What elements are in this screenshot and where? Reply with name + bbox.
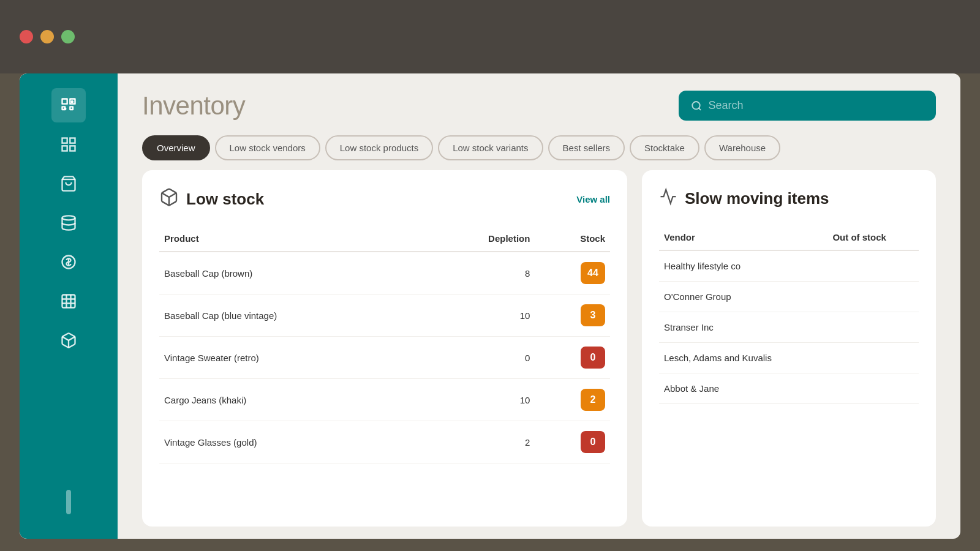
stock-badge: 0 (581, 347, 605, 369)
low-stock-title: Low stock (186, 190, 264, 209)
product-cell: Vintage Glasses (gold) (159, 421, 424, 463)
sidebar-icon-building[interactable] (51, 284, 86, 318)
main-content: Inventory Overview Low stock vendors Low… (118, 73, 960, 539)
table-row: Cargo Jeans (khaki)102 (159, 379, 610, 421)
stock-cell: 0 (535, 421, 610, 463)
depletion-cell: 10 (424, 379, 535, 421)
search-bar[interactable] (679, 91, 936, 121)
stock-badge: 2 (581, 389, 605, 411)
product-cell: Baseball Cap (brown) (159, 252, 424, 294)
table-row: Vintage Glasses (gold)20 (159, 421, 610, 463)
out-of-stock-cell (827, 343, 919, 373)
sidebar-icon-inventory[interactable] (51, 88, 86, 122)
close-button[interactable] (20, 30, 33, 43)
content-area: Low stock View all Product Depletion Sto… (118, 170, 960, 539)
svg-point-9 (62, 216, 75, 220)
tab-warehouse[interactable]: Warehouse (704, 135, 780, 160)
out-of-stock-cell (827, 373, 919, 404)
minimize-button[interactable] (40, 30, 54, 43)
stock-badge: 44 (581, 262, 605, 284)
vendor-cell: Lesch, Adams and Kuvalis (659, 343, 827, 373)
tab-stocktake[interactable]: Stocktake (630, 135, 699, 160)
svg-rect-4 (62, 138, 67, 143)
table-row: Stranser Inc (659, 312, 919, 343)
col-out-of-stock: Out of stock (827, 225, 919, 250)
table-row: Baseball Cap (blue vintage)103 (159, 294, 610, 337)
card-title-group: Low stock (159, 187, 264, 211)
maximize-button[interactable] (61, 30, 75, 43)
low-stock-table: Product Depletion Stock Baseball Cap (br… (159, 226, 610, 463)
stock-cell: 0 (535, 337, 610, 379)
out-of-stock-cell (827, 250, 919, 282)
page-title: Inventory (142, 91, 245, 121)
svg-rect-11 (62, 295, 75, 308)
low-stock-card: Low stock View all Product Depletion Sto… (142, 170, 627, 527)
stock-cell: 2 (535, 379, 610, 421)
sidebar-icon-finance[interactable] (51, 245, 86, 279)
svg-rect-7 (70, 146, 75, 151)
stock-badge: 3 (581, 304, 605, 326)
svg-rect-0 (62, 99, 67, 104)
sidebar-icon-shop[interactable] (51, 167, 86, 201)
stock-badge: 0 (581, 431, 605, 453)
svg-line-14 (699, 108, 701, 110)
tab-overview[interactable]: Overview (142, 135, 210, 160)
table-row: Abbot & Jane (659, 373, 919, 404)
table-row: Baseball Cap (brown)844 (159, 252, 610, 294)
view-all-link[interactable]: View all (576, 194, 610, 204)
tab-low-stock-variants[interactable]: Low stock variants (438, 135, 543, 160)
out-of-stock-cell (827, 312, 919, 343)
sidebar-icon-database[interactable] (51, 206, 86, 240)
slow-moving-table-container: Vendor Out of stock Healthy lifestyle co… (659, 225, 919, 509)
depletion-cell: 0 (424, 337, 535, 379)
out-of-stock-cell (827, 282, 919, 312)
product-cell: Cargo Jeans (khaki) (159, 379, 424, 421)
vendor-cell: O'Conner Group (659, 282, 827, 312)
svg-point-13 (692, 102, 699, 109)
stock-cell: 44 (535, 252, 610, 294)
low-stock-card-header: Low stock View all (159, 187, 610, 211)
search-input[interactable] (709, 99, 924, 112)
search-icon (691, 100, 703, 112)
slow-moving-icon (659, 187, 677, 210)
tab-best-sellers[interactable]: Best sellers (548, 135, 625, 160)
col-depletion: Depletion (424, 226, 535, 252)
low-stock-table-container: Product Depletion Stock Baseball Cap (br… (159, 226, 610, 509)
scroll-indicator (66, 490, 71, 514)
depletion-cell: 2 (424, 421, 535, 463)
low-stock-icon (159, 187, 179, 211)
depletion-cell: 10 (424, 294, 535, 337)
vendor-cell: Stranser Inc (659, 312, 827, 343)
table-row: Lesch, Adams and Kuvalis (659, 343, 919, 373)
depletion-cell: 8 (424, 252, 535, 294)
slow-moving-table: Vendor Out of stock Healthy lifestyle co… (659, 225, 919, 404)
svg-point-2 (64, 108, 66, 110)
table-row: Healthy lifestyle co (659, 250, 919, 282)
sidebar-icon-box[interactable] (51, 323, 86, 358)
table-row: O'Conner Group (659, 282, 919, 312)
nav-tabs: Overview Low stock vendors Low stock pro… (118, 130, 960, 170)
vendor-cell: Healthy lifestyle co (659, 250, 827, 282)
svg-rect-6 (62, 146, 67, 151)
slow-moving-title: Slow moving items (685, 189, 829, 208)
slow-moving-card: Slow moving items Vendor Out of stock He… (642, 170, 936, 527)
col-stock: Stock (535, 226, 610, 252)
svg-rect-5 (70, 138, 75, 143)
vendor-cell: Abbot & Jane (659, 373, 827, 404)
sidebar-icon-grid[interactable] (51, 127, 86, 162)
sidebar (20, 73, 118, 539)
col-product: Product (159, 226, 424, 252)
col-vendor: Vendor (659, 225, 827, 250)
header: Inventory (118, 73, 960, 130)
slow-moving-header: Slow moving items (659, 187, 919, 210)
slow-moving-title-group: Slow moving items (659, 187, 829, 210)
tab-low-stock-products[interactable]: Low stock products (325, 135, 433, 160)
product-cell: Vintage Sweater (retro) (159, 337, 424, 379)
svg-point-3 (72, 101, 73, 102)
product-cell: Baseball Cap (blue vintage) (159, 294, 424, 337)
tab-low-stock-vendors[interactable]: Low stock vendors (215, 135, 320, 160)
table-row: Vintage Sweater (retro)00 (159, 337, 610, 379)
stock-cell: 3 (535, 294, 610, 337)
